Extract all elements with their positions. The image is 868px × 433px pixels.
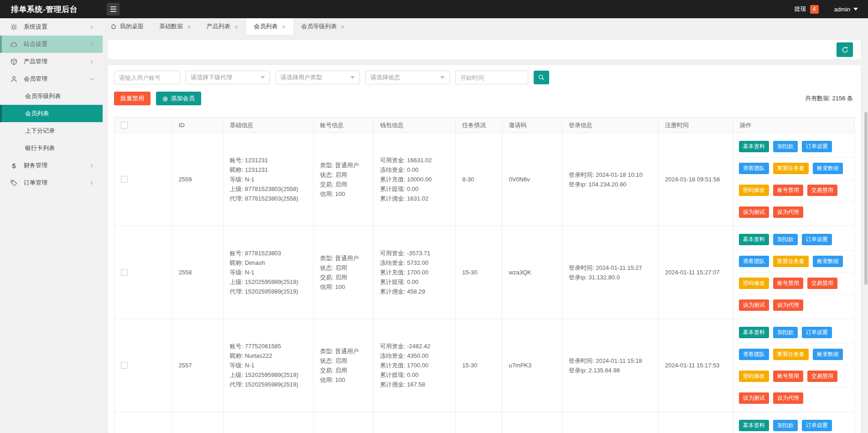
cell-operations: 基本资料加扣款订单设置查看团队重置任务量账变数据密码修改账号禁用交易禁用设为测试… xyxy=(733,133,854,226)
tab-member-level-list[interactable]: 会员等级列表 × xyxy=(293,18,353,35)
basic-info-line: 上级: 15202595989(2519) xyxy=(230,277,313,287)
cell-login-info: 登录时间: 2024-01-11 15:18登录ip: 2.135.64.98 xyxy=(562,319,658,412)
profile-button[interactable]: 基本资料 xyxy=(739,141,769,152)
hamburger-icon xyxy=(110,6,116,7)
add-deduct-button[interactable]: 加扣款 xyxy=(773,141,798,152)
invite-code: 0V0N6v xyxy=(509,176,530,183)
select-value: 请选择用户类型 xyxy=(281,73,322,82)
add-member-button[interactable]: ⊕ 添加会员 xyxy=(156,92,201,105)
sidebar-item-order-management[interactable]: 订单管理 xyxy=(0,174,103,191)
sidebar-item-bank-card-list[interactable]: 银行卡列表 xyxy=(0,139,103,157)
start-date-input[interactable] xyxy=(455,71,528,84)
close-icon[interactable]: × xyxy=(282,23,286,30)
add-deduct-button[interactable]: 加扣款 xyxy=(773,234,798,245)
user-type-select[interactable]: 请选择用户类型 xyxy=(275,71,360,84)
reset-task-button[interactable]: 重置任务量 xyxy=(773,349,809,360)
account-info-line: 类型: 普通用户 xyxy=(320,253,373,263)
page-scrollbar-thumb[interactable] xyxy=(864,112,868,285)
set-test-button[interactable]: 设为测试 xyxy=(739,206,769,218)
tab-product-list[interactable]: 产品列表 × xyxy=(199,18,246,35)
select-all-checkbox[interactable] xyxy=(121,122,128,129)
close-icon[interactable]: × xyxy=(187,23,191,30)
tab-member-list[interactable]: 会员列表 × xyxy=(246,18,294,35)
cell-task-status: 15-30 xyxy=(456,319,502,412)
balance-log-button[interactable]: 账变数据 xyxy=(813,256,843,267)
sidebar-item-product-management[interactable]: 产品管理 xyxy=(0,53,103,70)
cell-checkbox xyxy=(114,133,172,226)
view-team-button[interactable]: 查看团队 xyxy=(739,163,769,174)
tab-basic-data[interactable]: 基础数据 × xyxy=(151,18,199,35)
reset-task-button[interactable]: 重置任务量 xyxy=(773,163,809,174)
order-settings-button[interactable]: 订单设置 xyxy=(802,420,832,431)
disable-trade-button[interactable]: 交易禁用 xyxy=(807,278,837,289)
close-icon[interactable]: × xyxy=(341,23,345,30)
sidebar-item-finance-management[interactable]: $ 财务管理 xyxy=(0,157,103,174)
disable-account-button[interactable]: 账号禁用 xyxy=(773,278,803,289)
profile-button[interactable]: 基本资料 xyxy=(739,327,769,338)
disable-trade-button[interactable]: 交易禁用 xyxy=(807,371,837,382)
add-member-label: 添加会员 xyxy=(171,94,195,103)
op-button-line: 设为测试设为代理 xyxy=(739,294,854,316)
op-button-line: 基本资料加扣款订单设置 xyxy=(739,415,854,433)
set-agent-button[interactable]: 设为代理 xyxy=(773,299,803,311)
account-input[interactable] xyxy=(114,71,180,84)
view-team-button[interactable]: 查看团队 xyxy=(739,256,769,267)
sidebar-item-member-list[interactable]: 会员列表 xyxy=(0,105,103,122)
reset-task-button[interactable]: 重置任务量 xyxy=(773,256,809,267)
set-agent-button[interactable]: 设为代理 xyxy=(773,392,803,404)
login-info: 登录时间: 2024-01-18 10:10登录ip: 104.234.20.6… xyxy=(569,170,658,189)
wallet-info: 可用资金: -3573.71冻结资金: 5732.00累计充值: 1700.00… xyxy=(380,248,455,296)
tab-label: 产品列表 xyxy=(207,22,230,31)
view-team-button[interactable]: 查看团队 xyxy=(739,349,769,360)
add-deduct-button[interactable]: 加扣款 xyxy=(773,327,798,338)
order-settings-button[interactable]: 订单设置 xyxy=(802,327,832,338)
set-test-button[interactable]: 设为测试 xyxy=(739,392,769,404)
cell-login-info: 登录时间: 2024-01-18 10:10登录ip: 104.234.20.6… xyxy=(562,133,658,226)
row-checkbox[interactable] xyxy=(121,362,128,369)
tab-desktop[interactable]: 我的桌面 xyxy=(103,18,151,35)
menu-toggle-button[interactable] xyxy=(107,3,120,15)
change-password-button[interactable]: 密码修改 xyxy=(739,278,769,289)
change-password-button[interactable]: 密码修改 xyxy=(739,371,769,382)
member-row: 2558账号: 87781523803昵称: Dimash等级: N-1上级: … xyxy=(114,226,855,319)
sidebar-item-system-settings[interactable]: 系统设置 xyxy=(0,18,103,36)
profile-button[interactable]: 基本资料 xyxy=(739,420,769,431)
status-select[interactable]: 请选择状态 xyxy=(365,71,450,84)
balance-log-button[interactable]: 账变数据 xyxy=(813,163,843,174)
sidebar-item-member-management[interactable]: 会员管理 xyxy=(0,70,103,88)
sidebar-item-site-settings[interactable]: 站点设置 xyxy=(0,36,103,53)
balance-log-button[interactable]: 账变数据 xyxy=(813,349,843,360)
order-settings-button[interactable]: 订单设置 xyxy=(802,141,832,152)
wallet-info: 可用资金: 16631.02冻结资金: 0.00累计充值: 10000.00累计… xyxy=(380,155,455,203)
batch-disable-button[interactable]: 批量禁用 xyxy=(114,92,151,105)
dollar-icon: $ xyxy=(10,162,18,170)
filter-row: 请选择下级代理 请选择用户类型 请选择状态 xyxy=(114,71,855,84)
cell-login-info: 登录时间: 2024-01-11 15:27登录ip: 31.132.80.0 xyxy=(562,226,658,319)
sidebar-item-member-level-list[interactable]: 会员等级列表 xyxy=(0,88,103,105)
account-info: 类型: 普通用户状态: 启用交易: 启用信用: 100 xyxy=(320,253,373,292)
disable-account-button[interactable]: 账号禁用 xyxy=(773,185,803,196)
page-toolbar xyxy=(108,40,861,59)
user-menu[interactable]: admin xyxy=(834,6,858,13)
change-password-button[interactable]: 密码修改 xyxy=(739,185,769,196)
basic-info-line: 等级: N-1 xyxy=(230,268,313,277)
withdraw-link[interactable]: 提现 4 xyxy=(795,5,819,14)
add-deduct-button[interactable]: 加扣款 xyxy=(773,420,798,431)
register-time: 2024-01-18 09:51:56 xyxy=(665,176,720,183)
disable-trade-button[interactable]: 交易禁用 xyxy=(807,185,837,196)
set-agent-button[interactable]: 设为代理 xyxy=(773,206,803,218)
disable-account-button[interactable]: 账号禁用 xyxy=(773,371,803,382)
close-icon[interactable]: × xyxy=(234,23,239,30)
agent-select[interactable]: 请选择下级代理 xyxy=(186,71,270,84)
profile-button[interactable]: 基本资料 xyxy=(739,234,769,245)
chevron-down-icon xyxy=(440,76,445,79)
order-settings-button[interactable]: 订单设置 xyxy=(802,234,832,245)
op-button-line: 密码修改账号禁用交易禁用 xyxy=(739,366,854,387)
cell-task-status xyxy=(456,412,502,433)
sidebar-item-updown-records[interactable]: 上下分记录 xyxy=(0,122,103,139)
row-checkbox[interactable] xyxy=(121,176,128,183)
row-checkbox[interactable] xyxy=(121,269,128,276)
set-test-button[interactable]: 设为测试 xyxy=(739,299,769,311)
refresh-button[interactable] xyxy=(837,42,853,57)
search-button[interactable] xyxy=(534,71,549,84)
